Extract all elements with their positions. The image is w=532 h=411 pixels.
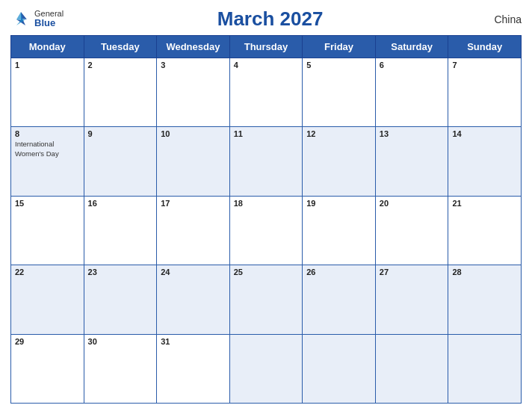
header-tuesday: Tuesday <box>84 36 157 58</box>
header-thursday: Thursday <box>229 36 303 58</box>
day-cell: 7 <box>448 58 522 127</box>
day-cell: 14 <box>448 127 522 196</box>
logo: General Blue <box>10 9 64 30</box>
day-cell: 20 <box>375 196 448 265</box>
day-number: 9 <box>88 129 153 138</box>
week-row-1: 1234567 <box>11 58 522 127</box>
day-number: 18 <box>234 199 299 208</box>
country-label: China <box>477 13 522 25</box>
day-cell: 21 <box>448 196 522 265</box>
day-cell: 26 <box>303 265 376 334</box>
day-cell: 23 <box>84 265 157 334</box>
header-wednesday: Wednesday <box>157 36 230 58</box>
day-cell: 5 <box>303 58 376 127</box>
day-cell: 16 <box>84 196 157 265</box>
calendar-title: March 2027 <box>64 7 477 31</box>
day-cell <box>229 334 303 403</box>
day-number: 8 <box>15 129 80 138</box>
day-cell: 12 <box>303 127 376 196</box>
day-number: 31 <box>161 337 226 346</box>
day-number: 4 <box>234 61 299 69</box>
day-number: 22 <box>15 268 80 276</box>
day-cell: 28 <box>448 265 522 334</box>
week-row-3: 15161718192021 <box>11 196 522 265</box>
day-number: 27 <box>380 268 445 276</box>
day-number: 10 <box>161 129 226 138</box>
event-text: International Women's Day <box>15 140 80 158</box>
header-sunday: Sunday <box>448 36 522 58</box>
day-cell: 11 <box>229 127 303 196</box>
day-cell: 3 <box>157 58 230 127</box>
day-cell: 22 <box>11 265 84 334</box>
day-cell: 4 <box>229 58 303 127</box>
day-number: 6 <box>380 61 445 69</box>
logo-blue: Blue <box>34 18 64 28</box>
day-cell: 30 <box>84 334 157 403</box>
day-cell: 27 <box>375 265 448 334</box>
day-number: 1 <box>15 61 80 69</box>
header-friday: Friday <box>303 36 376 58</box>
day-cell <box>375 334 448 403</box>
week-row-2: 8International Women's Day91011121314 <box>11 127 522 196</box>
days-header-row: Monday Tuesday Wednesday Thursday Friday… <box>11 36 522 58</box>
day-cell: 24 <box>157 265 230 334</box>
day-cell: 8International Women's Day <box>11 127 84 196</box>
day-cell: 25 <box>229 265 303 334</box>
day-cell: 9 <box>84 127 157 196</box>
day-number: 16 <box>88 199 153 208</box>
day-cell: 31 <box>157 334 230 403</box>
day-number: 5 <box>306 61 371 69</box>
day-cell: 15 <box>11 196 84 265</box>
day-number: 25 <box>234 268 299 276</box>
calendar-table: Monday Tuesday Wednesday Thursday Friday… <box>10 35 522 404</box>
day-cell: 13 <box>375 127 448 196</box>
day-number: 14 <box>452 129 517 138</box>
day-number: 12 <box>306 129 371 138</box>
day-number: 13 <box>380 129 445 138</box>
header-monday: Monday <box>11 36 84 58</box>
day-number: 29 <box>15 337 80 346</box>
day-cell: 2 <box>84 58 157 127</box>
day-cell: 6 <box>375 58 448 127</box>
day-number: 30 <box>88 337 153 346</box>
day-number: 3 <box>161 61 226 69</box>
week-row-4: 22232425262728 <box>11 265 522 334</box>
day-cell: 18 <box>229 196 303 265</box>
day-number: 26 <box>306 268 371 276</box>
logo-text: General Blue <box>34 9 64 28</box>
day-number: 19 <box>306 199 371 208</box>
calendar-page: General Blue March 2027 China Monday Tue… <box>0 0 532 411</box>
week-row-5: 293031 <box>11 334 522 403</box>
day-cell <box>448 334 522 403</box>
day-number: 11 <box>234 129 299 138</box>
header-saturday: Saturday <box>375 36 448 58</box>
day-cell: 1 <box>11 58 84 127</box>
day-number: 24 <box>161 268 226 276</box>
day-number: 17 <box>161 199 226 208</box>
day-number: 21 <box>452 199 517 208</box>
day-number: 23 <box>88 268 153 276</box>
day-number: 28 <box>452 268 517 276</box>
day-number: 2 <box>88 61 153 69</box>
logo-bird-icon <box>10 9 31 30</box>
day-cell <box>303 334 376 403</box>
day-cell: 10 <box>157 127 230 196</box>
day-cell: 17 <box>157 196 230 265</box>
calendar-header: General Blue March 2027 China <box>10 7 522 31</box>
day-number: 7 <box>452 61 517 69</box>
day-number: 15 <box>15 199 80 208</box>
day-cell: 19 <box>303 196 376 265</box>
day-number: 20 <box>380 199 445 208</box>
day-cell: 29 <box>11 334 84 403</box>
